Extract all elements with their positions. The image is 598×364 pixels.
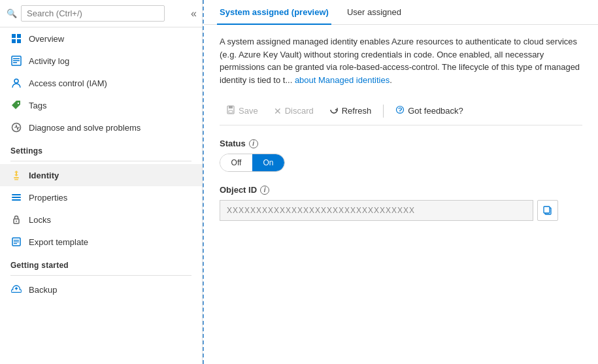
discard-label: Discard [285, 106, 314, 116]
save-icon [226, 105, 235, 116]
svg-rect-1 [17, 34, 21, 38]
toggle-off-option[interactable]: Off [220, 154, 252, 171]
svg-rect-5 [13, 58, 20, 59]
nav-overview[interactable]: Overview [0, 27, 202, 50]
tab-user-assigned[interactable]: User assigned [344, 1, 404, 25]
backup-icon [10, 284, 22, 295]
properties-icon [10, 191, 22, 203]
nav-activity-log[interactable]: Activity log [0, 50, 202, 72]
refresh-label: Refresh [342, 106, 372, 116]
feedback-icon [395, 105, 405, 116]
svg-rect-20 [14, 242, 19, 242]
search-icon: 🔍 [7, 8, 17, 18]
svg-rect-0 [12, 34, 16, 38]
svg-rect-23 [229, 106, 233, 108]
nav-export-template-label: Export template [29, 237, 88, 247]
svg-rect-14 [12, 197, 21, 198]
getting-started-divider [10, 275, 191, 276]
object-id-row [220, 200, 582, 221]
svg-rect-15 [12, 199, 21, 201]
export-icon [10, 236, 22, 248]
toggle-on-option[interactable]: On [252, 154, 284, 171]
svg-rect-3 [17, 39, 21, 43]
status-field-section: Status i Off On [220, 139, 582, 172]
activity-log-icon [10, 55, 22, 67]
nav-export-template[interactable]: Export template [0, 231, 202, 253]
nav-access-control-label: Access control (IAM) [29, 78, 107, 88]
status-toggle[interactable]: Off On [220, 154, 285, 172]
svg-rect-27 [544, 207, 550, 213]
nav-properties-label: Properties [29, 193, 67, 203]
object-id-field-section: Object ID i [220, 185, 582, 221]
nav-backup-label: Backup [29, 285, 57, 295]
copy-icon [542, 205, 553, 216]
access-control-icon [10, 77, 22, 89]
diagnose-icon [10, 122, 22, 133]
nav-access-control[interactable]: Access control (IAM) [0, 72, 202, 94]
nav-overview-label: Overview [29, 34, 64, 44]
nav-diagnose-label: Diagnose and solve problems [29, 123, 141, 133]
svg-rect-21 [14, 243, 17, 244]
sidebar: 🔍 « Overview Activity log Access control… [0, 0, 203, 364]
svg-rect-7 [13, 62, 17, 63]
nav-tags[interactable]: Tags [0, 94, 202, 116]
managed-identities-link[interactable]: about Managed identities [295, 75, 390, 85]
locks-icon [10, 214, 22, 225]
overview-icon [10, 33, 22, 44]
main-content: System assigned (preview) User assigned … [203, 0, 598, 364]
getting-started-section-header: Getting started [0, 253, 202, 273]
status-label: Status i [220, 139, 582, 148]
svg-point-9 [18, 103, 19, 104]
description-text: A system assigned managed identity enabl… [220, 35, 582, 86]
discard-icon: ✕ [274, 106, 282, 116]
svg-rect-6 [13, 60, 20, 61]
tags-icon [10, 99, 22, 111]
collapse-sidebar-button[interactable]: « [186, 5, 202, 22]
identity-icon [10, 169, 22, 181]
tab-system-assigned[interactable]: System assigned (preview) [217, 1, 331, 25]
toolbar-divider [383, 105, 384, 118]
status-info-icon[interactable]: i [249, 139, 258, 148]
svg-point-8 [14, 79, 18, 83]
toolbar: Save ✕ Discard Refresh Got feedback? [220, 97, 582, 125]
settings-divider [10, 161, 191, 161]
svg-rect-13 [12, 194, 21, 195]
nav-identity[interactable]: Identity [0, 164, 202, 186]
nav-tags-label: Tags [29, 101, 46, 110]
object-id-info-icon[interactable]: i [260, 186, 269, 195]
nav-identity-label: Identity [29, 171, 59, 180]
svg-rect-19 [14, 240, 19, 240]
nav-backup[interactable]: Backup [0, 278, 202, 301]
object-id-label: Object ID i [220, 185, 582, 195]
nav-properties[interactable]: Properties [0, 186, 202, 208]
tab-bar: System assigned (preview) User assigned [204, 0, 598, 25]
nav-locks-label: Locks [29, 215, 51, 225]
save-button[interactable]: Save [220, 102, 265, 120]
feedback-label: Got feedback? [408, 106, 463, 116]
copy-object-id-button[interactable] [537, 200, 558, 221]
content-area: A system assigned managed identity enabl… [204, 25, 598, 364]
save-label: Save [239, 106, 258, 116]
svg-rect-24 [229, 110, 233, 113]
settings-section-header: Settings [0, 139, 202, 158]
svg-rect-2 [12, 39, 16, 43]
object-id-input[interactable] [220, 200, 533, 221]
feedback-button[interactable]: Got feedback? [389, 102, 470, 120]
nav-diagnose[interactable]: Diagnose and solve problems [0, 116, 202, 139]
nav-locks[interactable]: Locks [0, 208, 202, 231]
svg-rect-12 [14, 179, 18, 180]
svg-point-25 [400, 112, 401, 112]
search-box: 🔍 [0, 0, 202, 27]
discard-button[interactable]: ✕ Discard [267, 103, 320, 120]
svg-point-17 [16, 221, 17, 222]
nav-activity-log-label: Activity log [29, 56, 69, 66]
search-input[interactable] [21, 5, 165, 22]
refresh-button[interactable]: Refresh [323, 102, 378, 120]
svg-rect-11 [14, 177, 19, 178]
refresh-icon [329, 105, 339, 116]
